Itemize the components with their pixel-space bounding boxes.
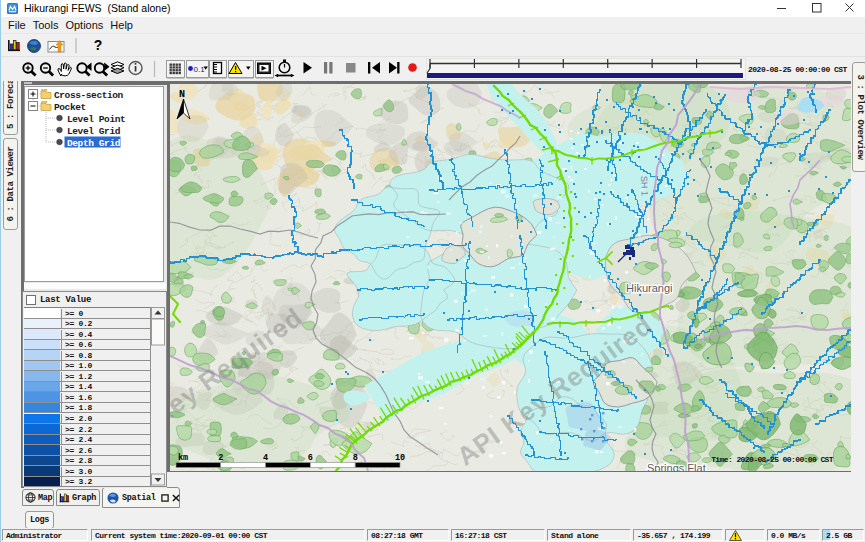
tab-map[interactable]: Map (22, 489, 54, 506)
stop-icon[interactable] (346, 63, 356, 73)
legend-swatch (24, 308, 60, 318)
legend-row[interactable]: >= 0.4 (24, 329, 150, 340)
menu-bar: FileToolsOptionsHelp (1, 17, 865, 34)
svg-text:Level Grid: Level Grid (67, 126, 121, 137)
menu-help[interactable]: Help (110, 19, 133, 31)
legend-row[interactable]: >= 1.2 (24, 371, 150, 382)
legend-row[interactable]: >= 2.4 (24, 435, 150, 446)
zoom-out-icon[interactable] (41, 63, 53, 75)
legend-row[interactable]: >= 0.6 (24, 340, 150, 351)
map-view[interactable]: API Key RequiredAPI Key RequiredNkm24681… (167, 81, 851, 472)
svg-text:Pocket: Pocket (54, 102, 86, 113)
legend-panel: Last Value >= 0>= 0.2>= 0.4>= 0.6>= 0.8>… (22, 291, 167, 487)
tree-item-level-grid[interactable]: Level Grid (57, 126, 121, 137)
logs-button[interactable]: Logs (25, 511, 54, 529)
minimize-button[interactable] (768, 0, 796, 16)
zoom-previous-icon[interactable] (77, 63, 91, 76)
main-toolbar: ? (1, 34, 865, 57)
legend-row[interactable]: >= 2.8 (24, 456, 150, 467)
last-value-checkbox[interactable] (26, 295, 37, 306)
menu-tools[interactable]: Tools (33, 19, 59, 31)
legend-scrollbar[interactable] (150, 307, 166, 486)
record-icon[interactable] (408, 63, 417, 72)
legend-row[interactable]: >= 1.6 (24, 392, 150, 403)
legend-label: >= 2.6 (61, 446, 145, 455)
close-button[interactable] (836, 0, 864, 16)
tree-item-depth-grid[interactable]: Depth Grid (57, 137, 121, 149)
svg-text:4: 4 (263, 453, 268, 463)
decimal-precision-icon[interactable]: 0.1 (187, 61, 209, 79)
svg-text:Depth Grid: Depth Grid (67, 138, 121, 149)
last-value-label: Last Value (40, 295, 91, 305)
legend-row[interactable]: >= 1.4 (24, 382, 150, 393)
legend-row[interactable]: >= 0 (24, 308, 150, 319)
legend-row[interactable]: >= 0.8 (24, 350, 150, 361)
tab-graph[interactable]: Graph (56, 489, 100, 506)
menu-options[interactable]: Options (65, 19, 103, 31)
legend-swatch (24, 340, 60, 350)
maximize-button[interactable] (803, 0, 831, 16)
time-slider-tool-icon[interactable] (275, 60, 295, 78)
skip-to-start-icon[interactable] (368, 62, 380, 74)
map-canvas[interactable]: API Key RequiredAPI Key RequiredNkm24681… (170, 84, 851, 471)
warning-icon[interactable] (229, 61, 254, 79)
blue-globe-icon (107, 492, 119, 504)
town-label: Springs Flat (647, 462, 706, 471)
legend-row[interactable]: >= 2.2 (24, 424, 150, 435)
legend-row[interactable]: >= 2.0 (24, 414, 150, 425)
grid-icon[interactable] (167, 61, 185, 79)
import-series-icon[interactable] (48, 41, 64, 53)
skip-to-end-icon[interactable] (389, 62, 400, 74)
tab-plot-overview[interactable]: 3 : Plot Overview (852, 62, 865, 172)
tab-spatial[interactable]: Spatial (102, 487, 180, 508)
right-tab-strip: 3 : Plot Overview (851, 57, 865, 528)
legend-row[interactable]: >= 1.0 (24, 361, 150, 372)
legend-swatch (24, 382, 60, 392)
legend-table: >= 0>= 0.2>= 0.4>= 0.6>= 0.8>= 1.0>= 1.2… (24, 307, 150, 308)
close-tab-icon[interactable] (172, 494, 180, 502)
timeline-icon[interactable] (427, 59, 746, 80)
restore-icon[interactable] (161, 494, 169, 502)
menu-file[interactable]: File (8, 19, 26, 31)
legend-swatch (24, 445, 60, 455)
globe-icon[interactable] (28, 40, 41, 53)
legend-label: >= 0.8 (61, 351, 145, 360)
legend-swatch (24, 477, 60, 487)
map-time-label: Time: 2020-08-25 00:00:00 CST (711, 455, 834, 464)
status-cell: 08:27:18 GMT (367, 529, 449, 541)
status-cell: Current system time:2020-09-01 00:00 CST (91, 529, 365, 541)
movie-icon[interactable] (256, 61, 274, 79)
tab-data-viewer[interactable]: 6 : Data Viewer (3, 138, 18, 230)
database-chart-icon[interactable] (8, 40, 20, 51)
play-icon[interactable] (304, 62, 313, 74)
legend-row[interactable]: >= 3.0 (24, 466, 150, 477)
legend-label: >= 1.4 (61, 382, 145, 391)
svg-text:0.1: 0.1 (194, 65, 206, 74)
pan-icon[interactable] (58, 63, 71, 76)
zoom-in-icon[interactable] (23, 63, 35, 75)
filter-tree: Cross-sectionPocketLevel PointLevel Grid… (24, 86, 164, 282)
zoom-next-icon[interactable] (95, 63, 110, 76)
road-label: SH 1 (639, 176, 650, 196)
legend-label: >= 0 (61, 309, 145, 318)
status-cell: 0.0 MB/s (767, 529, 820, 541)
help-icon[interactable]: ? (91, 37, 105, 53)
legend-row[interactable]: >= 1.8 (24, 403, 150, 414)
pause-icon[interactable] (324, 62, 333, 74)
tree-item-pocket[interactable]: Pocket (29, 102, 86, 113)
tree-item-level-point[interactable]: Level Point (57, 114, 126, 125)
legend-row[interactable]: >= 3.2 (24, 477, 150, 487)
legend-row[interactable]: >= 2.6 (24, 445, 150, 456)
ruler-icon[interactable] (210, 61, 227, 79)
app-icon (7, 3, 18, 14)
timeline-datetime: 2020-08-25 00:00:00 CST (748, 65, 847, 74)
map-toolbar: 0.1 2020-08-25 00:00:00 CST (0, 57, 851, 81)
layers-icon[interactable] (111, 62, 124, 74)
panel-drag-grip[interactable] (23, 82, 32, 84)
status-cell: 16:27:18 CST (451, 529, 545, 541)
info-icon[interactable] (129, 62, 142, 75)
legend-label: >= 3.2 (61, 477, 145, 486)
legend-row[interactable]: >= 0.2 (24, 319, 150, 330)
tree-horizontal-scrollbar[interactable] (24, 283, 166, 289)
legend-swatch (24, 456, 60, 466)
